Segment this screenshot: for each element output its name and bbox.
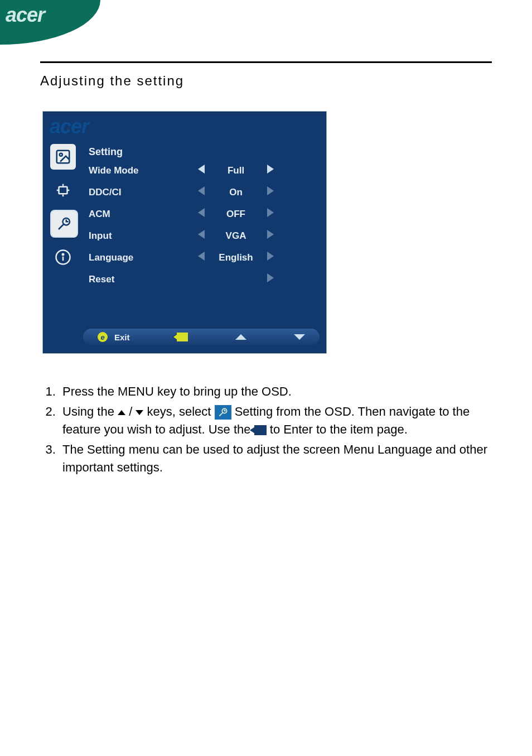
brand-logo: acer xyxy=(6,3,45,26)
osd-row-label: Wide Mode xyxy=(89,165,195,176)
osd-row[interactable]: DDC/CIOn xyxy=(89,186,321,198)
info-tab-icon[interactable] xyxy=(50,244,76,270)
up-button-icon[interactable] xyxy=(235,334,246,340)
osd-heading: Setting xyxy=(89,146,321,158)
enter-button-icon[interactable] xyxy=(177,333,188,341)
osd-row[interactable]: InputVGA xyxy=(89,230,321,242)
osd-row-value: Full xyxy=(208,165,264,176)
left-arrow-icon[interactable] xyxy=(198,186,205,195)
osd-tabs xyxy=(43,143,83,329)
osd-panel: acer Setting Wide ModeFullDDC/CIOnACMOFF xyxy=(42,111,327,354)
step-1: Press the MENU key to bring up the OSD. xyxy=(59,383,492,401)
right-arrow-icon[interactable] xyxy=(267,230,274,239)
osd-row[interactable]: Wide ModeFull xyxy=(89,165,321,176)
down-button-icon[interactable] xyxy=(294,334,305,340)
setting-tab-icon[interactable] xyxy=(51,211,77,237)
osd-row-value: OFF xyxy=(208,209,264,220)
left-arrow-icon[interactable] xyxy=(198,230,205,239)
svg-point-1 xyxy=(60,153,62,156)
divider xyxy=(40,61,492,63)
osd-row-label: Language xyxy=(89,252,195,263)
e-button-icon[interactable]: e xyxy=(98,332,108,342)
right-arrow-icon[interactable] xyxy=(267,165,274,174)
right-arrow-icon[interactable] xyxy=(267,186,274,195)
osd-row-value: English xyxy=(208,252,264,263)
position-tab-icon[interactable] xyxy=(50,177,76,203)
osd-row[interactable]: LanguageEnglish xyxy=(89,252,321,263)
osd-row-value: VGA xyxy=(208,230,264,242)
osd-row-label: Input xyxy=(89,230,195,242)
enter-inline-icon xyxy=(254,425,267,435)
left-arrow-icon[interactable] xyxy=(198,252,205,261)
osd-row-label: DDC/CI xyxy=(89,187,195,198)
step-3: The Setting menu can be used to adjust t… xyxy=(59,441,492,476)
instruction-list: Press the MENU key to bring up the OSD. … xyxy=(37,383,492,476)
page-title: Adjusting the setting xyxy=(40,73,492,89)
exit-label: Exit xyxy=(114,333,130,342)
osd-row-value: On xyxy=(208,187,264,198)
right-arrow-icon[interactable] xyxy=(267,208,274,217)
osd-row-label: ACM xyxy=(89,209,195,220)
up-arrow-icon xyxy=(118,410,125,415)
down-arrow-icon xyxy=(136,410,143,415)
osd-brand: acer xyxy=(43,112,326,143)
osd-button-bar: e Exit xyxy=(83,329,320,345)
osd-row[interactable]: ACMOFF xyxy=(89,208,321,220)
svg-rect-2 xyxy=(59,187,67,194)
svg-point-5 xyxy=(62,254,64,256)
right-arrow-icon[interactable] xyxy=(267,252,274,261)
osd-row-label: Reset xyxy=(89,274,195,285)
setting-inline-icon xyxy=(215,405,231,420)
right-arrow-icon[interactable] xyxy=(267,273,274,282)
step-2: Using the / keys, select Setting from th… xyxy=(59,403,492,439)
picture-tab-icon[interactable] xyxy=(50,144,76,170)
osd-row[interactable]: Reset xyxy=(89,273,321,285)
left-arrow-icon[interactable] xyxy=(198,208,205,217)
left-arrow-icon[interactable] xyxy=(198,165,205,174)
